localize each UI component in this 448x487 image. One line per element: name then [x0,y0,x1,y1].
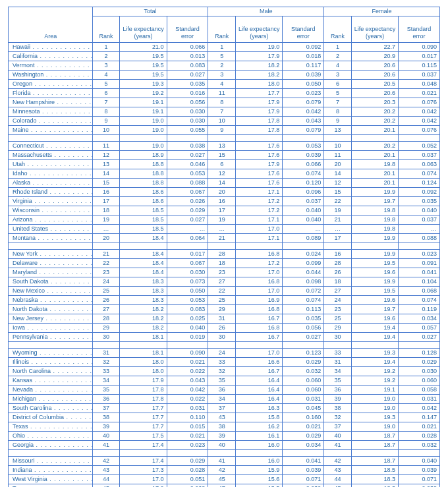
rank-cell: 39 [92,422,120,432]
value-cell: 16.8 [236,324,283,333]
area-cell: New Mexico [9,287,93,296]
value-cell: 19.2 [352,376,399,386]
value-cell: 0.053 [167,169,208,179]
value-cell: 0.029 [167,206,208,215]
value-cell: 0.048 [399,80,440,89]
rank-cell: 12 [324,179,352,188]
value-cell: 16.4 [236,395,283,404]
rank-cell: 31 [92,349,120,358]
rank-cell: 15 [324,188,352,197]
table-row: Nebraska2618.30.0532516.90.0742419.60.07… [9,296,440,305]
rank-cell: 16 [92,188,120,197]
value-cell: 0.066 [167,43,208,52]
value-cell: 16.4 [236,386,283,395]
value-cell: 19.1 [120,98,167,107]
rank-cell: 6 [208,160,236,169]
value-cell: 0.099 [283,259,324,268]
value-cell: 19.0 [352,395,399,404]
value-cell: 19.9 [352,250,399,259]
value-cell: 0.027 [167,215,208,225]
value-cell: 0.027 [399,333,440,342]
table-row: Iowa2918.20.0402616.80.0562919.40.057 [9,324,440,333]
value-cell: 18.4 [120,268,167,277]
value-cell: 0.029 [399,358,440,367]
value-cell: 19.1 [352,386,399,395]
table-row: Arizona1918.50.0271917.10.0402119.80.037 [9,215,440,225]
area-cell: North Carolina [9,367,93,376]
rank-cell: 27 [92,305,120,314]
value-cell: … [283,225,324,234]
value-cell: 20.1 [352,151,399,160]
rank-cell: 24 [324,296,352,305]
value-cell: 0.090 [399,43,440,52]
table-row: Utah1318.80.046617.90.0662019.80.063 [9,160,440,169]
value-cell: 0.072 [283,287,324,296]
rank-cell: … [92,225,120,234]
value-cell: 0.083 [167,305,208,314]
value-cell: 15.5 [236,484,283,488]
value-cell: 0.042 [399,107,440,117]
rank-cell: 11 [324,151,352,160]
value-cell: 0.050 [167,287,208,296]
value-cell: 19.9 [352,234,399,243]
area-cell: Virginia [9,197,93,206]
rank-cell: 33 [92,367,120,376]
value-cell: 17.6 [236,179,283,188]
area-cell: Florida [9,89,93,98]
value-cell: 0.032 [399,441,440,450]
value-cell: 18.5 [120,225,167,234]
value-cell: 0.098 [283,277,324,287]
area-cell: Massachusetts [9,151,93,160]
value-cell: 0.039 [399,466,440,475]
group-spacer [9,342,440,349]
value-cell: 18.4 [120,234,167,243]
table-row: Alaska1518.80.0881417.60.1201220.10.124 [9,179,440,188]
value-cell: 0.044 [283,268,324,277]
value-cell: 0.030 [167,268,208,277]
value-cell: 0.035 [283,314,324,324]
value-cell: 0.015 [167,422,208,432]
area-cell: Washington [9,71,93,80]
rank-cell: 24 [92,277,120,287]
col-se-f: Standard error [399,16,440,43]
rank-cell: 11 [92,142,120,151]
value-cell: 17.0 [120,484,167,488]
rank-cell: 9 [208,126,236,135]
col-se-m: Standard error [283,16,324,43]
rank-cell: 32 [324,413,352,422]
table-row: Massachusetts1218.90.0271517.60.0391120.… [9,151,440,160]
area-cell: Ohio [9,432,93,441]
rank-cell: 35 [208,376,236,386]
rank-cell: 43 [208,413,236,422]
value-cell: 16.8 [236,305,283,314]
value-cell: 0.051 [167,475,208,484]
rank-cell: 5 [92,80,120,89]
value-cell: 0.052 [399,142,440,151]
value-cell: 19.3 [352,413,399,422]
area-cell: Arizona [9,215,93,225]
value-cell: 0.037 [399,71,440,80]
table-row: Maryland2318.40.0302317.00.0442619.60.04… [9,268,440,277]
value-cell: 0.067 [167,259,208,268]
area-cell: Montana [9,234,93,243]
table-row: Wyoming3118.10.0902417.00.1233319.30.128 [9,349,440,358]
rank-cell: 42 [208,466,236,475]
value-cell: 0.058 [399,386,440,395]
rank-cell: 40 [92,432,120,441]
value-cell: 19.3 [352,349,399,358]
rank-cell: 10 [92,126,120,135]
value-cell: 19.8 [352,206,399,215]
table-row: Delaware2218.40.0671817.20.0992819.50.09… [9,259,440,268]
value-cell: 0.119 [399,305,440,314]
table-row: Indiana4317.30.0284215.90.0394318.50.039 [9,466,440,475]
rank-cell: 34 [208,395,236,404]
area-cell: Vermont [9,61,93,71]
rank-cell: 32 [208,367,236,376]
group-total: Total [92,7,208,16]
value-cell: 0.147 [399,413,440,422]
value-cell: 0.073 [167,277,208,287]
table-row: West Virginia4417.00.0514515.60.0714418.… [9,475,440,484]
value-cell: 0.079 [283,98,324,107]
value-cell: 16.3 [236,404,283,413]
value-cell: 19.0 [352,422,399,432]
